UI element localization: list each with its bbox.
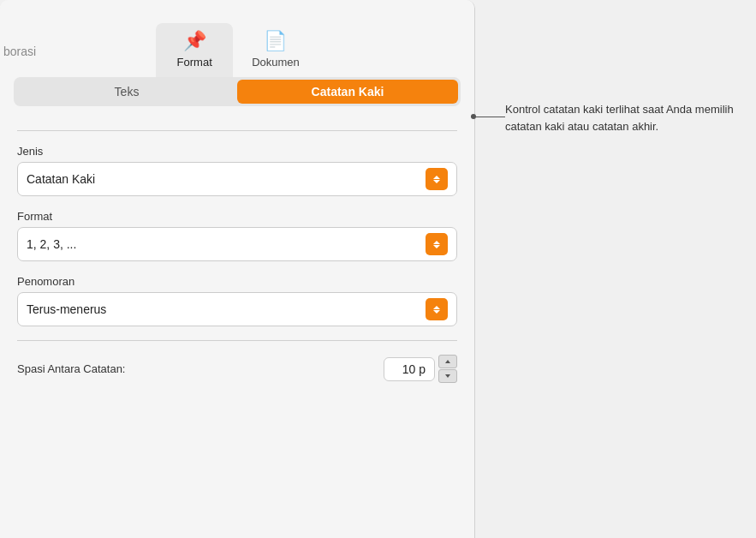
tab-dokumen[interactable]: 📄 Dokumen bbox=[233, 23, 318, 77]
spasi-input-area: 10 p bbox=[384, 355, 457, 383]
spasi-increment[interactable] bbox=[438, 355, 457, 368]
arrow-down-icon bbox=[433, 310, 440, 314]
callout-text: Kontrol catatan kaki terlihat saat Anda … bbox=[505, 101, 736, 134]
arrow-down-small-icon bbox=[445, 374, 450, 378]
penomoran-select[interactable]: Terus-menerus bbox=[17, 292, 457, 326]
tab-format[interactable]: 📌 Format bbox=[156, 23, 233, 77]
arrow-up-icon bbox=[433, 241, 440, 244]
format-field-group: Format 1, 2, 3, ... bbox=[17, 210, 457, 261]
divider-top bbox=[17, 130, 457, 131]
penomoran-field-group: Penomoran Terus-menerus bbox=[17, 275, 457, 326]
callout: Kontrol catatan kaki terlihat saat Anda … bbox=[505, 101, 736, 134]
format-select[interactable]: 1, 2, 3, ... bbox=[17, 227, 457, 261]
arrow-up-icon bbox=[433, 176, 440, 179]
jenis-field-group: Jenis Catatan Kaki bbox=[17, 145, 457, 196]
arrow-up-icon bbox=[433, 306, 440, 309]
penomoran-label: Penomoran bbox=[17, 275, 457, 288]
divider-middle bbox=[17, 340, 457, 341]
arrow-up-small-icon bbox=[445, 360, 450, 363]
jenis-label: Jenis bbox=[17, 145, 457, 158]
tab-bar: 📌 Format 📄 Dokumen bbox=[0, 0, 474, 77]
spasi-row: Spasi Antara Catatan: 10 p bbox=[17, 355, 457, 383]
arrow-down-icon bbox=[433, 245, 440, 248]
inspector-panel: borasi 📌 Format 📄 Dokumen Teks Catatan K… bbox=[0, 0, 475, 538]
format-icon: 📌 bbox=[183, 30, 206, 52]
format-value: 1, 2, 3, ... bbox=[27, 237, 426, 251]
content-area: Jenis Catatan Kaki Format 1, 2, 3, ... bbox=[0, 106, 474, 383]
penomoran-value: Terus-menerus bbox=[27, 302, 426, 316]
format-arrow[interactable] bbox=[426, 233, 448, 255]
dokumen-icon: 📄 bbox=[264, 30, 287, 52]
jenis-arrow[interactable] bbox=[426, 168, 448, 190]
callout-line bbox=[471, 117, 505, 117]
spasi-label: Spasi Antara Catatan: bbox=[17, 362, 384, 375]
sub-tab-catatan-kaki[interactable]: Catatan Kaki bbox=[237, 80, 458, 104]
tab-format-label: Format bbox=[177, 56, 212, 69]
sub-tab-teks[interactable]: Teks bbox=[16, 80, 237, 104]
jenis-value: Catatan Kaki bbox=[27, 172, 426, 186]
tab-dokumen-label: Dokumen bbox=[252, 56, 300, 69]
spasi-value[interactable]: 10 p bbox=[384, 357, 435, 381]
spasi-decrement[interactable] bbox=[438, 369, 457, 383]
arrow-down-icon bbox=[433, 180, 440, 183]
jenis-select[interactable]: Catatan Kaki bbox=[17, 162, 457, 196]
sub-tab-bar: Teks Catatan Kaki bbox=[14, 77, 461, 106]
penomoran-arrow[interactable] bbox=[426, 298, 448, 320]
spasi-stepper bbox=[438, 355, 457, 383]
format-label: Format bbox=[17, 210, 457, 223]
partial-text: borasi bbox=[0, 45, 36, 58]
